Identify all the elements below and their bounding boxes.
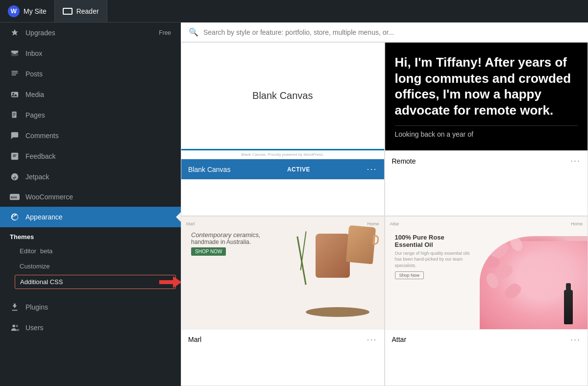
theme-card-blank-canvas[interactable]: Blank Canvas Blank Canvas. Proudly power… <box>181 42 385 216</box>
theme-card-marl[interactable]: Marl Home Contemporary ceramics, handmad… <box>181 216 385 386</box>
blank-canvas-status: ACTIVE <box>287 166 310 173</box>
customize-label: Customize <box>20 263 49 270</box>
feedback-label: Feedback <box>25 152 55 160</box>
search-icon: 🔍 <box>189 27 198 37</box>
main-layout: Upgrades Free Inbox Posts Media Pa <box>0 23 588 386</box>
plugins-label: Plugins <box>25 303 48 311</box>
sidebar-item-users[interactable]: Users <box>0 317 181 338</box>
blank-canvas-more-button[interactable]: ··· <box>367 164 377 174</box>
attar-footer: Attar ··· <box>385 329 588 350</box>
appearance-icon <box>10 213 20 221</box>
svg-point-2 <box>13 93 15 95</box>
theme-card-remote[interactable]: Hi, I'm Tiffany! After years of long com… <box>385 42 588 216</box>
sidebar-item-comments[interactable]: Comments <box>0 125 181 146</box>
sidebar-item-pages[interactable]: Pages <box>0 105 181 125</box>
sidebar-item-woocommerce[interactable]: woo WooCommerce <box>0 187 181 207</box>
svg-rect-6 <box>13 116 15 116</box>
sidebar-sub-editor[interactable]: Editor beta <box>0 243 181 259</box>
wordpress-icon: W <box>8 5 20 17</box>
red-arrow-head <box>173 276 181 288</box>
svg-rect-1 <box>11 92 18 97</box>
pages-label: Pages <box>25 111 45 119</box>
marl-footer: Marl ··· <box>181 329 384 350</box>
marl-image <box>296 226 379 324</box>
upgrades-label: Upgrades <box>25 29 55 37</box>
attar-content: 100% Pure Rose Essential Oil Our range o… <box>395 234 473 280</box>
active-arrow <box>176 212 181 222</box>
red-arrow-shaft <box>159 280 173 284</box>
marl-preview-btn: SHOP NOW <box>191 247 226 256</box>
marl-preview-subtitle: handmade in Australia. <box>191 239 261 245</box>
mysite-label: My Site <box>24 7 47 15</box>
themes-section-label: Themes <box>0 227 181 243</box>
attar-name: Attar <box>392 336 407 343</box>
marl-preview: Marl Home Contemporary ceramics, handmad… <box>181 217 384 329</box>
blank-canvas-footer: Blank Canvas ACTIVE ··· <box>181 159 384 179</box>
beta-badge: beta <box>40 247 52 255</box>
sidebar-item-plugins[interactable]: Plugins <box>0 297 181 317</box>
free-badge: Free <box>159 29 171 36</box>
svg-text:woo: woo <box>10 195 17 199</box>
sidebar-sub-additional-css[interactable]: Additional CSS <box>15 275 176 289</box>
red-arrow-container <box>159 276 181 288</box>
plugins-icon <box>10 303 20 312</box>
svg-rect-4 <box>13 113 15 114</box>
appearance-label: Appearance <box>25 213 63 221</box>
remote-more-button[interactable]: ··· <box>570 156 581 166</box>
attar-preview: Attar Home 100% Pure Rose Essential Oil … <box>385 217 588 329</box>
sidebar-item-media[interactable]: Media <box>0 84 181 105</box>
sidebar: Upgrades Free Inbox Posts Media Pa <box>0 23 181 386</box>
attar-more-button[interactable]: ··· <box>570 335 581 345</box>
upgrades-icon <box>10 28 20 37</box>
marl-preview-title: Contemporary ceramics, <box>191 231 261 239</box>
svg-point-12 <box>16 325 18 327</box>
marl-text-block: Contemporary ceramics, handmade in Austr… <box>191 231 261 256</box>
search-bar: 🔍 <box>181 23 588 42</box>
attar-preview-title: 100% Pure Rose Essential Oil <box>395 234 473 248</box>
inbox-icon <box>10 49 20 58</box>
media-icon <box>10 90 20 99</box>
content-area: 🔍 Blank Canvas Blank Canvas. Proudly pow… <box>181 23 588 386</box>
reader-icon <box>63 8 73 15</box>
sidebar-item-posts[interactable]: Posts <box>0 64 181 84</box>
sidebar-item-inbox[interactable]: Inbox <box>0 43 181 64</box>
inbox-label: Inbox <box>25 49 42 57</box>
bottle <box>564 290 573 324</box>
theme-card-attar[interactable]: Attar Home 100% Pure Rose Essential Oil … <box>385 216 588 386</box>
jetpack-icon <box>10 172 20 181</box>
posts-label: Posts <box>25 70 43 78</box>
reader-label: Reader <box>76 7 99 15</box>
feedback-icon <box>10 152 20 161</box>
remote-preview: Hi, I'm Tiffany! After years of long com… <box>385 43 588 150</box>
rose-petals-image <box>480 236 588 329</box>
sidebar-item-feedback[interactable]: Feedback <box>0 146 181 167</box>
remote-name: Remote <box>392 157 416 165</box>
sidebar-sub-customize[interactable]: Customize <box>0 259 181 274</box>
woocommerce-label: WooCommerce <box>25 193 73 201</box>
search-input[interactable] <box>203 28 580 36</box>
sidebar-item-upgrades[interactable]: Upgrades Free <box>0 23 181 43</box>
comments-icon <box>10 131 20 140</box>
svg-rect-5 <box>13 114 15 115</box>
attar-preview-btn: Shop Now <box>395 271 424 279</box>
blank-canvas-title: Blank Canvas <box>252 90 313 101</box>
themes-grid: Blank Canvas Blank Canvas. Proudly power… <box>181 42 588 386</box>
pages-icon <box>10 111 20 120</box>
reader-nav-item[interactable]: Reader <box>55 0 107 22</box>
blank-canvas-footer-text: Blank Canvas. Proudly powered by WordPre… <box>181 150 384 159</box>
jetpack-label: Jetpack <box>25 173 49 181</box>
comments-label: Comments <box>25 132 59 140</box>
blank-canvas-preview: Blank Canvas <box>181 43 384 150</box>
additional-css-row: Additional CSS <box>0 275 181 289</box>
svg-point-11 <box>13 325 15 327</box>
media-label: Media <box>25 91 44 98</box>
remote-preview-title: Hi, I'm Tiffany! After years of long com… <box>395 54 578 118</box>
sidebar-item-jetpack[interactable]: Jetpack <box>0 167 181 187</box>
top-bar: W My Site Reader <box>0 0 588 23</box>
marl-more-button[interactable]: ··· <box>367 335 377 345</box>
marl-name: Marl <box>188 336 201 343</box>
sidebar-item-appearance[interactable]: Appearance <box>0 207 181 227</box>
blank-canvas-name: Blank Canvas <box>188 166 230 173</box>
additional-css-label: Additional CSS <box>20 278 63 286</box>
mysite-nav-item[interactable]: W My Site <box>0 0 55 22</box>
